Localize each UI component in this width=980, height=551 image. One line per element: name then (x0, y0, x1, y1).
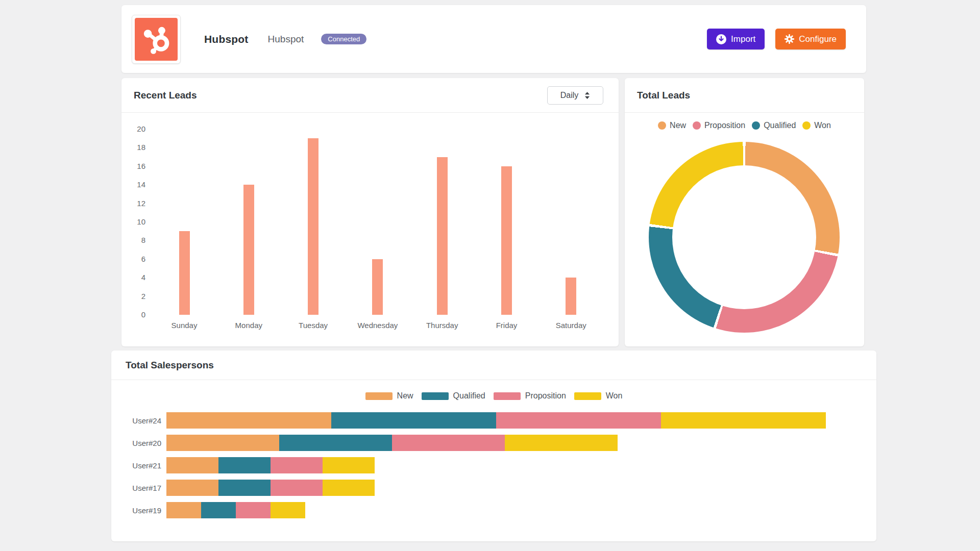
bar-segment-new (166, 502, 201, 518)
stacked-bar (166, 435, 618, 451)
bar-monday (243, 185, 254, 315)
hubspot-integration-page: Hubspot Hubspot Connected Import (0, 0, 980, 551)
bar-segment-qualified (331, 412, 496, 429)
bar-segment-proposition (271, 480, 323, 496)
total-leads-title: Total Leads (637, 90, 690, 101)
total-salespersons-header: Total Salespersons (111, 350, 876, 380)
legend-label: Won (814, 121, 831, 130)
stacked-bar (166, 480, 375, 496)
legend-label: Qualified (764, 121, 796, 130)
bar-segment-new (166, 412, 331, 429)
recent-leads-card: Recent Leads Daily 02468101214161820Sund… (121, 78, 619, 346)
y-axis-tick-label: 8 (121, 236, 145, 245)
y-axis-tick-label: 6 (121, 255, 145, 264)
legend-label: New (670, 121, 686, 130)
row-label: User#24 (115, 416, 166, 425)
page-title: Hubspot (204, 33, 249, 45)
y-axis-tick-label: 14 (121, 180, 145, 189)
y-axis-tick-label: 12 (121, 199, 145, 208)
x-axis-tick-label: Saturday (541, 321, 602, 330)
integration-name: Hubspot (268, 34, 304, 45)
bar-friday (501, 166, 512, 315)
y-axis-tick-label: 16 (121, 162, 145, 171)
legend-item-proposition[interactable]: Proposition (693, 121, 745, 130)
total-leads-doughnut-chart (649, 142, 840, 333)
bar-segment-proposition (236, 502, 271, 518)
bar-segment-new (166, 457, 218, 473)
bar-segment-qualified (279, 435, 392, 451)
y-axis-tick-label: 20 (121, 124, 145, 134)
legend-item-qualified[interactable]: Qualified (422, 391, 485, 400)
row-label: User#21 (115, 461, 166, 470)
total-salespersons-title: Total Salespersons (126, 360, 214, 371)
salesperson-row: User#19 (115, 502, 866, 518)
legend-item-proposition[interactable]: Proposition (494, 391, 566, 400)
x-axis-tick-label: Sunday (154, 321, 215, 330)
total-salespersons-card: Total Salespersons NewQualifiedPropositi… (111, 350, 876, 541)
bar-segment-won (323, 457, 375, 473)
legend-label: Qualified (453, 391, 485, 400)
legend-swatch (802, 121, 811, 130)
salesperson-row: User#21 (115, 457, 866, 473)
x-axis-tick-label: Tuesday (283, 321, 344, 330)
legend-swatch (365, 392, 393, 400)
hubspot-logo (135, 18, 178, 61)
download-circle-icon (716, 34, 726, 44)
total-salespersons-chart: User#24User#20User#21User#17User#19 (115, 412, 866, 524)
row-label: User#17 (115, 484, 166, 492)
y-axis-tick-label: 2 (121, 292, 145, 301)
legend-item-won[interactable]: Won (574, 391, 623, 400)
salesperson-row: User#17 (115, 480, 866, 496)
configure-button-label: Configure (799, 34, 837, 44)
bar-tuesday (308, 138, 318, 315)
legend-label: New (397, 391, 413, 400)
legend-swatch (658, 121, 666, 130)
hubspot-sprocket-icon (136, 19, 176, 59)
recent-leads-chart: 02468101214161820SundayMondayTuesdayWedn… (121, 78, 619, 346)
bar-segment-won (661, 412, 826, 429)
bar-wednesday (372, 259, 383, 315)
legend-swatch (494, 392, 521, 400)
stacked-bar (166, 457, 375, 473)
legend-item-won[interactable]: Won (802, 121, 831, 130)
stacked-bar (166, 412, 826, 429)
bar-segment-proposition (271, 457, 323, 473)
bar-sunday (179, 231, 190, 315)
bar-segment-proposition (392, 435, 505, 451)
bar-segment-won (271, 502, 305, 518)
bar-segment-won (323, 480, 375, 496)
salesperson-row: User#20 (115, 435, 866, 451)
hubspot-logo-frame (132, 15, 181, 64)
row-label: User#19 (115, 506, 166, 515)
bar-segment-won (505, 435, 618, 451)
bar-segment-proposition (496, 412, 661, 429)
legend-label: Won (606, 391, 623, 400)
x-axis-tick-label: Friday (476, 321, 537, 330)
total-leads-header: Total Leads (625, 78, 864, 113)
bar-thursday (437, 157, 448, 315)
legend-swatch (752, 121, 760, 130)
bar-saturday (566, 278, 576, 315)
legend-label: Proposition (525, 391, 566, 400)
x-axis-tick-label: Thursday (411, 321, 473, 330)
bar-segment-new (166, 435, 279, 451)
legend-item-qualified[interactable]: Qualified (752, 121, 796, 130)
bar-segment-qualified (218, 457, 271, 473)
y-axis-tick-label: 0 (121, 310, 145, 319)
header-actions: Import Configure (707, 29, 846, 49)
bar-segment-qualified (218, 480, 271, 496)
row-label: User#20 (115, 439, 166, 447)
gear-icon (785, 34, 794, 44)
x-axis-tick-label: Monday (218, 321, 279, 330)
status-badge: Connected (321, 34, 366, 44)
total-salespersons-legend: NewQualifiedPropositionWon (111, 391, 876, 400)
integration-header-card: Hubspot Hubspot Connected Import (121, 5, 866, 73)
legend-item-new[interactable]: New (658, 121, 686, 130)
legend-label: Proposition (704, 121, 745, 130)
legend-swatch (422, 392, 449, 400)
x-axis-tick-label: Wednesday (347, 321, 408, 330)
import-button[interactable]: Import (707, 29, 765, 49)
legend-item-new[interactable]: New (365, 391, 413, 400)
total-leads-card: Total Leads NewPropositionQualifiedWon (625, 78, 864, 346)
configure-button[interactable]: Configure (775, 29, 846, 49)
